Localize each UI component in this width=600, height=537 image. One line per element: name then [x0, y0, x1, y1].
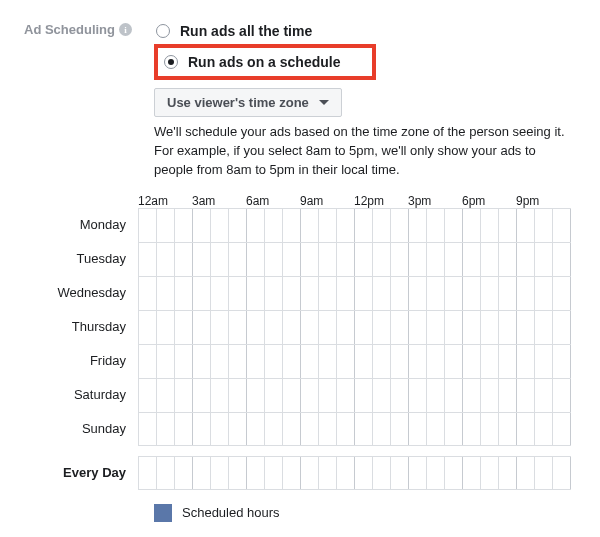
- hour-cell[interactable]: [337, 243, 355, 276]
- hour-cell[interactable]: [283, 345, 301, 378]
- hour-cell[interactable]: [283, 413, 301, 445]
- hour-cell[interactable]: [463, 277, 481, 310]
- hour-cell[interactable]: [535, 243, 553, 276]
- hour-cell[interactable]: [229, 209, 247, 242]
- hour-cell[interactable]: [409, 379, 427, 412]
- radio-run-on-schedule[interactable]: Run ads on a schedule: [162, 51, 342, 73]
- hour-cell[interactable]: [265, 277, 283, 310]
- hour-cell[interactable]: [535, 345, 553, 378]
- hour-cell[interactable]: [463, 209, 481, 242]
- hour-cell[interactable]: [517, 379, 535, 412]
- hour-cell[interactable]: [211, 345, 229, 378]
- hour-cell[interactable]: [499, 209, 517, 242]
- hour-cell[interactable]: [373, 413, 391, 445]
- radio-run-all-time[interactable]: Run ads all the time: [154, 20, 576, 42]
- hour-cell[interactable]: [247, 457, 265, 489]
- hour-cell[interactable]: [319, 277, 337, 310]
- hour-cell[interactable]: [283, 277, 301, 310]
- hour-cell[interactable]: [517, 457, 535, 489]
- hour-cell[interactable]: [481, 277, 499, 310]
- hour-cell[interactable]: [427, 311, 445, 344]
- hour-cell[interactable]: [193, 345, 211, 378]
- hour-cell[interactable]: [211, 457, 229, 489]
- hour-cell[interactable]: [391, 243, 409, 276]
- hour-cell[interactable]: [193, 209, 211, 242]
- hour-cell[interactable]: [445, 243, 463, 276]
- hour-cell[interactable]: [229, 243, 247, 276]
- hour-cell[interactable]: [373, 243, 391, 276]
- hour-cell[interactable]: [427, 209, 445, 242]
- hour-cell[interactable]: [517, 277, 535, 310]
- hour-cell[interactable]: [499, 311, 517, 344]
- hour-cell[interactable]: [301, 457, 319, 489]
- hour-cell[interactable]: [463, 379, 481, 412]
- hour-cell[interactable]: [139, 209, 157, 242]
- hour-cell[interactable]: [211, 243, 229, 276]
- hour-cell[interactable]: [373, 457, 391, 489]
- hour-cell[interactable]: [229, 277, 247, 310]
- hour-cell[interactable]: [337, 311, 355, 344]
- hour-cell[interactable]: [499, 277, 517, 310]
- hour-cell[interactable]: [283, 209, 301, 242]
- hour-cell[interactable]: [283, 379, 301, 412]
- hour-cell[interactable]: [499, 345, 517, 378]
- hour-cell[interactable]: [157, 345, 175, 378]
- hour-cell[interactable]: [445, 209, 463, 242]
- hour-cell[interactable]: [139, 311, 157, 344]
- hour-cell[interactable]: [355, 457, 373, 489]
- hour-cell[interactable]: [157, 413, 175, 445]
- hour-cell[interactable]: [355, 243, 373, 276]
- hour-cell[interactable]: [229, 311, 247, 344]
- hour-cell[interactable]: [517, 243, 535, 276]
- hour-cell[interactable]: [553, 209, 571, 242]
- hour-cell[interactable]: [445, 413, 463, 445]
- day-cells[interactable]: [138, 310, 571, 344]
- day-cells[interactable]: [138, 276, 571, 310]
- hour-cell[interactable]: [391, 311, 409, 344]
- hour-cell[interactable]: [247, 277, 265, 310]
- hour-cell[interactable]: [175, 413, 193, 445]
- hour-cell[interactable]: [319, 209, 337, 242]
- hour-cell[interactable]: [355, 345, 373, 378]
- hour-cell[interactable]: [535, 379, 553, 412]
- hour-cell[interactable]: [553, 243, 571, 276]
- hour-cell[interactable]: [193, 311, 211, 344]
- hour-cell[interactable]: [553, 457, 571, 489]
- hour-cell[interactable]: [481, 209, 499, 242]
- hour-cell[interactable]: [247, 243, 265, 276]
- hour-cell[interactable]: [139, 277, 157, 310]
- hour-cell[interactable]: [175, 379, 193, 412]
- hour-cell[interactable]: [427, 457, 445, 489]
- hour-cell[interactable]: [427, 277, 445, 310]
- hour-cell[interactable]: [211, 311, 229, 344]
- hour-cell[interactable]: [139, 379, 157, 412]
- hour-cell[interactable]: [355, 209, 373, 242]
- hour-cell[interactable]: [463, 345, 481, 378]
- hour-cell[interactable]: [445, 457, 463, 489]
- hour-cell[interactable]: [337, 345, 355, 378]
- hour-cell[interactable]: [553, 277, 571, 310]
- day-cells[interactable]: [138, 378, 571, 412]
- hour-cell[interactable]: [481, 243, 499, 276]
- hour-cell[interactable]: [247, 345, 265, 378]
- hour-cell[interactable]: [301, 311, 319, 344]
- hour-cell[interactable]: [265, 413, 283, 445]
- hour-cell[interactable]: [463, 243, 481, 276]
- every-day-cells[interactable]: [138, 456, 571, 490]
- hour-cell[interactable]: [229, 379, 247, 412]
- hour-cell[interactable]: [265, 311, 283, 344]
- hour-cell[interactable]: [301, 209, 319, 242]
- hour-cell[interactable]: [211, 209, 229, 242]
- hour-cell[interactable]: [265, 243, 283, 276]
- hour-cell[interactable]: [517, 209, 535, 242]
- hour-cell[interactable]: [301, 413, 319, 445]
- hour-cell[interactable]: [301, 277, 319, 310]
- hour-cell[interactable]: [265, 379, 283, 412]
- hour-cell[interactable]: [175, 209, 193, 242]
- hour-cell[interactable]: [481, 345, 499, 378]
- hour-cell[interactable]: [193, 277, 211, 310]
- hour-cell[interactable]: [175, 243, 193, 276]
- hour-cell[interactable]: [301, 243, 319, 276]
- hour-cell[interactable]: [193, 379, 211, 412]
- hour-cell[interactable]: [319, 311, 337, 344]
